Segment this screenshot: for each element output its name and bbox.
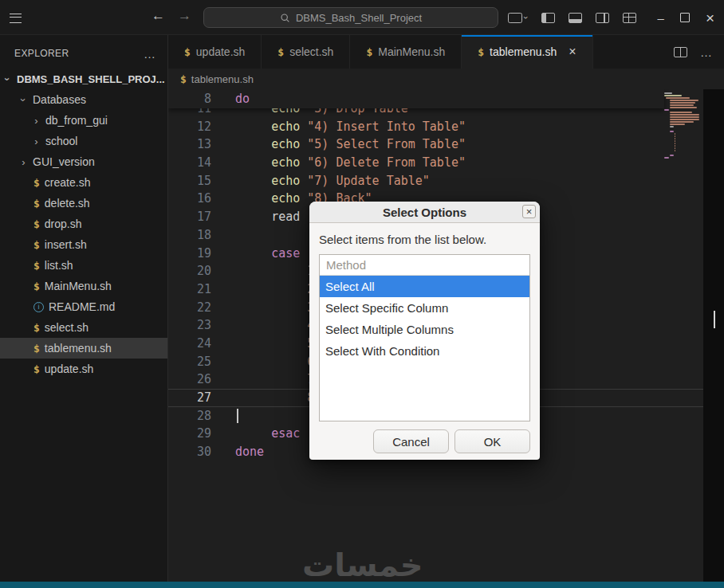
tab-update.sh[interactable]: $update.sh — [168, 35, 262, 69]
tab-tablemenu.sh[interactable]: $tablemenu.sh× — [462, 35, 592, 69]
close-icon[interactable]: × — [569, 45, 576, 59]
tree-item-insert.sh[interactable]: $insert.sh — [0, 234, 167, 255]
line-number: 14 — [168, 154, 235, 172]
tree-item-delete.sh[interactable]: $delete.sh — [0, 193, 167, 214]
watermark: خمسات — [302, 547, 422, 582]
close-icon[interactable]: × — [522, 205, 536, 218]
line-number: 19 — [168, 245, 235, 263]
line-number: 27 — [168, 389, 235, 407]
options-list: Method Select AllSelect Specific ColumnS… — [319, 254, 530, 421]
more-actions-icon[interactable]: … — [144, 47, 156, 61]
code-line-12[interactable]: 12echo "4) Insert Into Table" — [168, 118, 724, 136]
forward-icon[interactable]: → — [178, 8, 191, 24]
toggle-secondary-sidebar-icon[interactable] — [596, 13, 609, 23]
line-number: 29 — [168, 425, 235, 443]
line-number: 18 — [168, 226, 235, 245]
chevron-right-icon: › — [32, 135, 41, 147]
cast-icon[interactable]: › — [508, 13, 528, 23]
tab-MainMenu.sh[interactable]: $MainMenu.sh — [350, 35, 462, 69]
breadcrumb[interactable]: $ tablemenu.sh — [168, 69, 724, 89]
more-actions-icon[interactable]: … — [700, 45, 713, 59]
dialog-titlebar[interactable]: Select Options × — [309, 202, 540, 223]
option-select-with-condition[interactable]: Select With Condition — [320, 340, 529, 362]
scrollbar[interactable] — [703, 89, 724, 582]
split-editor-icon[interactable] — [674, 47, 687, 57]
option-select-all[interactable]: Select All — [320, 276, 529, 297]
tree-item-Databases[interactable]: ›Databases — [0, 89, 167, 110]
line-number: 26 — [168, 370, 235, 389]
line-number: 15 — [168, 172, 235, 190]
shell-icon: $ — [33, 218, 40, 230]
tree-item-db_from_gui[interactable]: ›db_from_gui — [0, 110, 167, 131]
shell-icon: $ — [184, 46, 191, 58]
explorer-title: EXPLORER — [14, 48, 69, 59]
tree-item-select.sh[interactable]: $select.sh — [0, 317, 167, 338]
line-number: 23 — [168, 316, 235, 335]
search-icon — [280, 13, 290, 23]
line-number: 22 — [168, 299, 235, 317]
sticky-scroll-line[interactable]: 8 do — [168, 89, 664, 108]
scrollbar-marker — [714, 311, 715, 328]
close-icon[interactable]: × — [706, 10, 714, 25]
file-tree: ›DBMS_BASH_SHELL_PROJ...›Databases›db_fr… — [0, 69, 167, 582]
dialog-message: Select items from the list below. — [319, 233, 530, 246]
maximize-icon[interactable] — [680, 13, 690, 22]
toggle-panel-icon[interactable] — [569, 13, 582, 23]
tree-item-drop.sh[interactable]: $drop.sh — [0, 214, 167, 234]
back-icon[interactable]: ← — [151, 8, 165, 24]
shell-icon: $ — [33, 280, 40, 292]
minimize-icon[interactable]: – — [658, 12, 664, 24]
tree-item-tablemenu.sh[interactable]: $tablemenu.sh — [0, 338, 167, 359]
code-line-14[interactable]: 14echo "6) Delete From Table" — [168, 154, 724, 172]
code-line-15[interactable]: 15echo "7) Update Table" — [168, 172, 724, 190]
shell-icon: $ — [33, 239, 40, 251]
line-number: 28 — [168, 407, 235, 425]
tree-item-MainMenu.sh[interactable]: $MainMenu.sh — [0, 276, 167, 296]
title-bar: ← → DBMS_Bash_Shell_Project › – × — [0, 0, 724, 35]
minimap[interactable] — [664, 92, 702, 159]
customize-layout-icon[interactable] — [623, 13, 636, 23]
ok-button[interactable]: OK — [454, 429, 530, 453]
line-number: 17 — [168, 208, 235, 226]
line-number: 13 — [168, 135, 235, 154]
tree-item-list.sh[interactable]: $list.sh — [0, 255, 167, 276]
code-line-13[interactable]: 13echo "5) Select From Table" — [168, 135, 724, 154]
chevron-down-icon: › — [2, 75, 14, 84]
shell-icon: $ — [277, 46, 284, 58]
editor-group: $update.sh$select.sh$MainMenu.sh$tableme… — [168, 35, 724, 582]
menu-icon[interactable] — [10, 14, 22, 23]
chevron-down-icon: › — [18, 96, 30, 104]
cancel-button[interactable]: Cancel — [373, 429, 449, 453]
select-options-dialog: Select Options × Select items from the l… — [309, 202, 540, 460]
tree-item-create.sh[interactable]: $create.sh — [0, 172, 167, 193]
shell-icon: $ — [33, 343, 40, 355]
tree-item-update.sh[interactable]: $update.sh — [0, 359, 167, 379]
line-number: 12 — [168, 118, 235, 136]
line-number: 21 — [168, 280, 235, 299]
search-box[interactable]: DBMS_Bash_Shell_Project — [203, 7, 498, 28]
shell-icon: $ — [478, 46, 484, 58]
chevron-right-icon: › — [19, 156, 28, 168]
shell-icon: $ — [33, 260, 40, 272]
line-number: 25 — [168, 353, 235, 371]
line-number: 24 — [168, 335, 235, 353]
option-select-specific-column[interactable]: Select Specific Column — [320, 297, 529, 319]
status-bar — [0, 582, 724, 588]
shell-icon: $ — [33, 363, 40, 375]
tree-item-school[interactable]: ›school — [0, 131, 167, 151]
breadcrumb-file: tablemenu.sh — [191, 73, 254, 85]
line-number: 20 — [168, 262, 235, 280]
tree-item-GUI_version[interactable]: ›GUI_version — [0, 151, 167, 172]
shell-icon: $ — [33, 198, 40, 210]
explorer-sidebar: EXPLORER … ›DBMS_BASH_SHELL_PROJ...›Data… — [0, 35, 168, 582]
toggle-primary-sidebar-icon[interactable] — [541, 13, 555, 23]
chevron-down-icon: › — [521, 16, 531, 19]
shell-icon: $ — [33, 322, 40, 334]
tree-item-DBMS_BASH_SHELL_PROJ...[interactable]: ›DBMS_BASH_SHELL_PROJ... — [0, 69, 167, 89]
tab-select.sh[interactable]: $select.sh — [262, 35, 350, 69]
tree-item-README.md[interactable]: iREADME.md — [0, 296, 167, 317]
text-cursor — [237, 409, 238, 423]
app-window: ← → DBMS_Bash_Shell_Project › – × — [0, 0, 724, 588]
option-select-multiple-columns[interactable]: Select Multiple Columns — [320, 319, 529, 340]
code-editor[interactable]: 11echo "3) Drop Table"12echo "4) Insert … — [168, 89, 724, 582]
